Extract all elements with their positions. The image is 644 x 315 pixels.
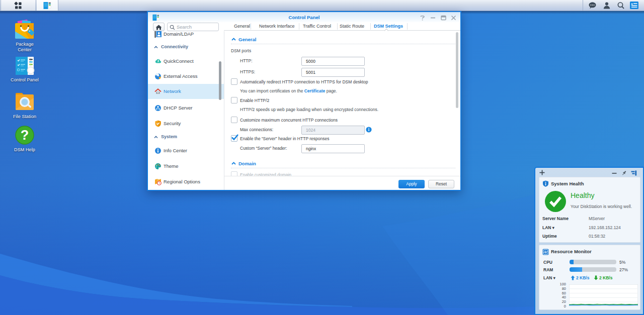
svg-text:?: ? (21, 128, 29, 143)
